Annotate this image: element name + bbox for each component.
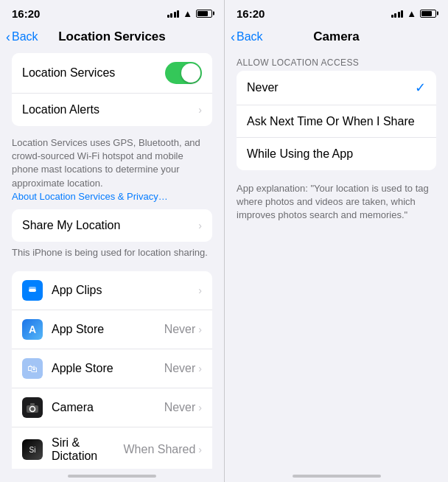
apple-store-icon: 🛍 — [22, 358, 43, 379]
camera-label: Camera — [52, 401, 164, 414]
apple-store-label: Apple Store — [52, 362, 164, 375]
share-location-card: Share My Location › — [12, 209, 212, 242]
list-item[interactable]: Camera Never › — [12, 388, 212, 427]
list-item[interactable]: Si Siri & Dictation When Shared › — [12, 427, 212, 469]
status-bar-right: 16:20 ▲ — [225, 0, 448, 24]
app-store-label: App Store — [52, 323, 164, 336]
app-store-value: Never — [164, 323, 196, 336]
app-explanation: App explanation: "Your location is used … — [225, 176, 448, 228]
status-time-right: 16:20 — [237, 7, 265, 20]
camera-icon — [22, 397, 43, 418]
option-ask-next-time[interactable]: Ask Next Time Or When I Share — [237, 105, 436, 138]
back-chevron-left: ‹ — [6, 30, 10, 43]
camera-chevron: › — [198, 402, 202, 413]
siri-value: When Shared — [123, 443, 195, 456]
camera-value: Never — [164, 401, 196, 414]
option-while-using-label: While Using the App — [247, 147, 426, 161]
share-location-section: Share My Location › This iPhone is being… — [0, 209, 224, 265]
wifi-icon-right: ▲ — [407, 8, 416, 19]
back-chevron-right: ‹ — [231, 30, 235, 43]
share-location-desc: This iPhone is being used for location s… — [0, 242, 224, 265]
status-time-left: 16:20 — [12, 7, 40, 20]
app-clips-icon — [22, 280, 43, 301]
app-clips-label: App Clips — [52, 284, 198, 297]
status-icons-right: ▲ — [391, 8, 436, 19]
apps-section: App Clips › A App Store Never › 🛍 — [0, 271, 224, 469]
option-while-using[interactable]: While Using the App — [237, 138, 436, 170]
nav-title-right: Camera — [313, 29, 359, 44]
signal-icon — [167, 9, 180, 18]
option-never-label: Never — [247, 81, 415, 94]
share-my-location-row[interactable]: Share My Location › — [12, 209, 212, 242]
back-button-left[interactable]: ‹ Back — [6, 30, 38, 43]
siri-icon: Si — [22, 439, 43, 460]
app-store-chevron: › — [198, 324, 202, 335]
location-services-section: Location Services Location Alerts › — [0, 53, 224, 126]
apple-store-value: Never — [164, 362, 196, 375]
location-services-toggle[interactable] — [165, 62, 202, 84]
location-description: Location Services uses GPS, Bluetooth, a… — [0, 132, 224, 209]
signal-icon-right — [391, 9, 404, 18]
home-indicator-left — [68, 475, 156, 478]
location-alerts-row[interactable]: Location Alerts › — [12, 94, 212, 126]
battery-icon-right — [420, 10, 436, 18]
allow-location-label: ALLOW LOCATION ACCESS — [225, 53, 448, 71]
location-privacy-link[interactable]: About Location Services & Privacy… — [12, 191, 168, 202]
nav-bar-left: ‹ Back Location Services — [0, 24, 224, 53]
location-services-row[interactable]: Location Services — [12, 53, 212, 94]
back-button-right[interactable]: ‹ Back — [231, 30, 263, 43]
toggle-thumb — [181, 63, 200, 83]
siri-chevron: › — [198, 444, 202, 455]
location-alerts-label: Location Alerts — [22, 103, 198, 116]
apple-store-chevron: › — [198, 363, 202, 374]
back-label-left: Back — [12, 30, 38, 43]
wifi-icon: ▲ — [183, 8, 192, 19]
share-my-location-label: Share My Location — [22, 219, 198, 232]
location-alerts-chevron: › — [198, 104, 202, 116]
list-item[interactable]: App Clips › — [12, 271, 212, 310]
back-label-right: Back — [237, 30, 263, 43]
status-bar-left: 16:20 ▲ — [0, 0, 224, 24]
content-right: ALLOW LOCATION ACCESS Never ✓ Ask Next T… — [225, 53, 448, 469]
nav-bar-right: ‹ Back Camera — [225, 24, 448, 53]
location-options-card: Never ✓ Ask Next Time Or When I Share Wh… — [237, 71, 436, 170]
location-services-label: Location Services — [22, 66, 165, 80]
svg-rect-4 — [30, 403, 35, 405]
home-indicator-right — [293, 475, 381, 478]
location-services-screen: 16:20 ▲ ‹ Back Location Services — [0, 0, 224, 482]
option-never[interactable]: Never ✓ — [237, 71, 436, 105]
list-item[interactable]: A App Store Never › — [12, 310, 212, 349]
svg-rect-1 — [29, 287, 36, 290]
nav-title-left: Location Services — [58, 29, 166, 44]
apps-card: App Clips › A App Store Never › 🛍 — [12, 271, 212, 469]
siri-label: Siri & Dictation — [52, 436, 123, 463]
battery-icon — [196, 10, 212, 18]
camera-screen: 16:20 ▲ ‹ Back Camera ALLOW LOCATION ACC… — [224, 0, 448, 482]
app-store-icon: A — [22, 319, 43, 340]
location-services-card: Location Services Location Alerts › — [12, 53, 212, 126]
status-icons-left: ▲ — [167, 8, 212, 19]
allow-location-section: ALLOW LOCATION ACCESS Never ✓ Ask Next T… — [225, 53, 448, 170]
share-location-chevron: › — [198, 220, 202, 231]
option-ask-label: Ask Next Time Or When I Share — [247, 115, 426, 128]
list-item[interactable]: 🛍 Apple Store Never › — [12, 349, 212, 388]
app-clips-chevron: › — [198, 284, 202, 296]
content-left: Location Services Location Alerts › Loca… — [0, 53, 224, 469]
checkmark-icon: ✓ — [415, 80, 426, 96]
